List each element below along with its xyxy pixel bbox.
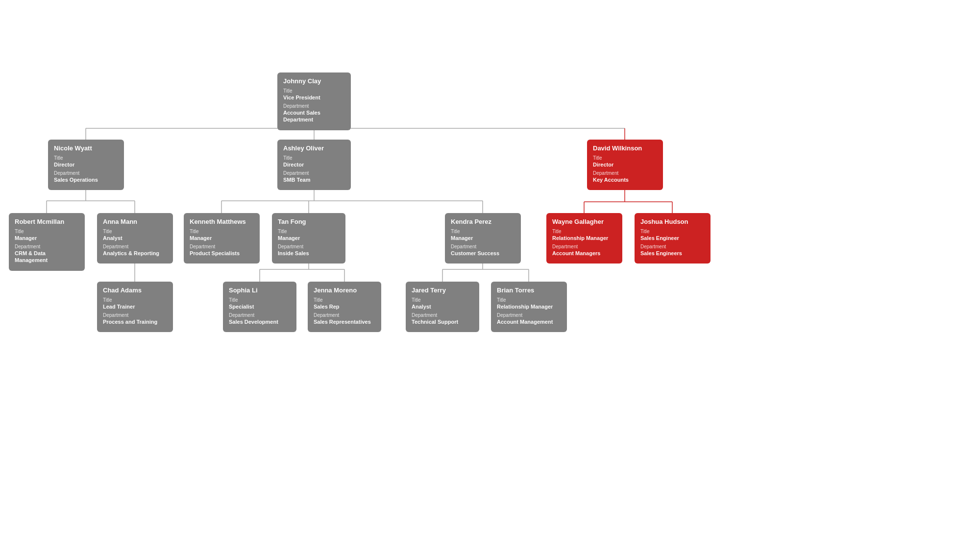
- jenna-title-label: Title: [314, 297, 375, 303]
- joshua-dept-label: Department: [640, 243, 705, 250]
- brian-name: Brian Torres: [497, 287, 561, 295]
- anna-title: Analyst: [103, 235, 167, 241]
- org-chart: Johnny Clay Title Vice President Departm…: [0, 0, 980, 551]
- tanfong-name: Tan Fong: [278, 218, 340, 226]
- brian-title-label: Title: [497, 297, 561, 303]
- chad-dept: Process and Training: [103, 318, 167, 325]
- brian-dept-label: Department: [497, 312, 561, 318]
- node-david-wilkinson[interactable]: David Wilkinson Title Director Departmen…: [587, 140, 663, 190]
- kenneth-name: Kenneth Matthews: [190, 218, 254, 226]
- joshua-title-label: Title: [640, 228, 705, 235]
- jared-title-label: Title: [412, 297, 473, 303]
- chad-title-label: Title: [103, 297, 167, 303]
- nicole-dept: Sales Operations: [54, 176, 118, 183]
- ashley-name: Ashley Oliver: [283, 144, 345, 153]
- jared-title: Analyst: [412, 303, 473, 310]
- nicole-dept-label: Department: [54, 170, 118, 176]
- nicole-title-label: Title: [54, 155, 118, 161]
- kenneth-title: Manager: [190, 235, 254, 241]
- ashley-title-label: Title: [283, 155, 345, 161]
- node-wayne-gallagher[interactable]: Wayne Gallagher Title Relationship Manag…: [546, 213, 622, 264]
- node-jenna-moreno[interactable]: Jenna Moreno Title Sales Rep Department …: [308, 282, 381, 332]
- chad-dept-label: Department: [103, 312, 167, 318]
- chad-title: Lead Trainer: [103, 303, 167, 310]
- anna-dept-label: Department: [103, 243, 167, 250]
- sophia-title-label: Title: [229, 297, 291, 303]
- jenna-dept: Sales Representatives: [314, 318, 375, 325]
- kendra-dept-label: Department: [451, 243, 515, 250]
- robert-title: Manager: [15, 235, 79, 241]
- anna-name: Anna Mann: [103, 218, 167, 226]
- kendra-title-label: Title: [451, 228, 515, 235]
- node-robert-mcmillan[interactable]: Robert Mcmillan Title Manager Department…: [9, 213, 85, 271]
- wayne-dept: Account Managers: [552, 250, 616, 257]
- johnny-name: Johnny Clay: [283, 77, 345, 86]
- tanfong-title: Manager: [278, 235, 340, 241]
- robert-title-label: Title: [15, 228, 79, 235]
- node-ashley-oliver[interactable]: Ashley Oliver Title Director Department …: [277, 140, 351, 190]
- sophia-dept: Sales Development: [229, 318, 291, 325]
- brian-dept: Account Management: [497, 318, 561, 325]
- brian-title: Relationship Manager: [497, 303, 561, 310]
- johnny-dept-label: Department: [283, 103, 345, 109]
- wayne-title: Relationship Manager: [552, 235, 616, 241]
- anna-title-label: Title: [103, 228, 167, 235]
- david-name: David Wilkinson: [593, 144, 657, 153]
- robert-dept: CRM & Data Management: [15, 250, 79, 264]
- sophia-title: Specialist: [229, 303, 291, 310]
- nicole-title: Director: [54, 161, 118, 168]
- david-title: Director: [593, 161, 657, 168]
- node-tan-fong[interactable]: Tan Fong Title Manager Department Inside…: [272, 213, 345, 264]
- jared-dept-label: Department: [412, 312, 473, 318]
- joshua-name: Joshua Hudson: [640, 218, 705, 226]
- david-dept-label: Department: [593, 170, 657, 176]
- node-chad-adams[interactable]: Chad Adams Title Lead Trainer Department…: [97, 282, 173, 332]
- jared-dept: Technical Support: [412, 318, 473, 325]
- nicole-name: Nicole Wyatt: [54, 144, 118, 153]
- jenna-dept-label: Department: [314, 312, 375, 318]
- node-brian-torres[interactable]: Brian Torres Title Relationship Manager …: [491, 282, 567, 332]
- jenna-name: Jenna Moreno: [314, 287, 375, 295]
- kenneth-dept: Product Specialists: [190, 250, 254, 257]
- chad-name: Chad Adams: [103, 287, 167, 295]
- kenneth-title-label: Title: [190, 228, 254, 235]
- ashley-dept: SMB Team: [283, 176, 345, 183]
- robert-dept-label: Department: [15, 243, 79, 250]
- joshua-dept: Sales Engineers: [640, 250, 705, 257]
- node-johnny-clay[interactable]: Johnny Clay Title Vice President Departm…: [277, 72, 351, 130]
- tanfong-title-label: Title: [278, 228, 340, 235]
- node-joshua-hudson[interactable]: Joshua Hudson Title Sales Engineer Depar…: [635, 213, 710, 264]
- ashley-title: Director: [283, 161, 345, 168]
- johnny-title-label: Title: [283, 88, 345, 94]
- johnny-title: Vice President: [283, 94, 345, 101]
- kendra-name: Kendra Perez: [451, 218, 515, 226]
- kendra-title: Manager: [451, 235, 515, 241]
- node-anna-mann[interactable]: Anna Mann Title Analyst Department Analy…: [97, 213, 173, 264]
- jenna-title: Sales Rep: [314, 303, 375, 310]
- kendra-dept: Customer Success: [451, 250, 515, 257]
- robert-name: Robert Mcmillan: [15, 218, 79, 226]
- tanfong-dept: Inside Sales: [278, 250, 340, 257]
- node-kendra-perez[interactable]: Kendra Perez Title Manager Department Cu…: [445, 213, 521, 264]
- joshua-title: Sales Engineer: [640, 235, 705, 241]
- wayne-title-label: Title: [552, 228, 616, 235]
- wayne-name: Wayne Gallagher: [552, 218, 616, 226]
- david-title-label: Title: [593, 155, 657, 161]
- tanfong-dept-label: Department: [278, 243, 340, 250]
- node-kenneth-matthews[interactable]: Kenneth Matthews Title Manager Departmen…: [184, 213, 260, 264]
- sophia-dept-label: Department: [229, 312, 291, 318]
- anna-dept: Analytics & Reporting: [103, 250, 167, 257]
- node-jared-terry[interactable]: Jared Terry Title Analyst Department Tec…: [406, 282, 479, 332]
- ashley-dept-label: Department: [283, 170, 345, 176]
- sophia-name: Sophia Li: [229, 287, 291, 295]
- node-sophia-li[interactable]: Sophia Li Title Specialist Department Sa…: [223, 282, 296, 332]
- jared-name: Jared Terry: [412, 287, 473, 295]
- david-dept: Key Accounts: [593, 176, 657, 183]
- connector-lines: [0, 0, 980, 551]
- wayne-dept-label: Department: [552, 243, 616, 250]
- johnny-dept: Account Sales Department: [283, 109, 345, 123]
- node-nicole-wyatt[interactable]: Nicole Wyatt Title Director Department S…: [48, 140, 124, 190]
- kenneth-dept-label: Department: [190, 243, 254, 250]
